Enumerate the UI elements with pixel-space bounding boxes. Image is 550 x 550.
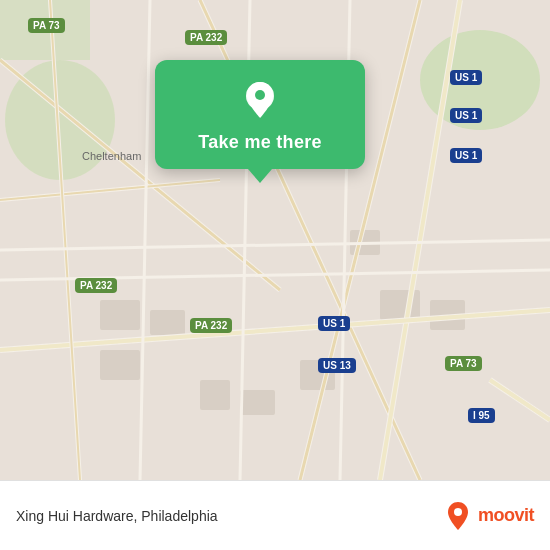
svg-rect-7 (240, 390, 275, 415)
svg-rect-8 (380, 290, 420, 320)
svg-rect-6 (200, 380, 230, 410)
map-container: Cheltenham PA 73 PA 232 US 1 US 1 US 1 P… (0, 0, 550, 480)
badge-pa73-tl: PA 73 (28, 18, 65, 33)
moovit-logo-icon (442, 500, 474, 532)
badge-us1-tr3: US 1 (450, 148, 482, 163)
moovit-logo: moovit (442, 500, 534, 532)
svg-point-37 (454, 508, 462, 516)
badge-i95: I 95 (468, 408, 495, 423)
svg-text:Cheltenham: Cheltenham (82, 150, 141, 162)
moovit-brand-text: moovit (478, 505, 534, 526)
badge-us1-mc: US 1 (318, 316, 350, 331)
svg-point-36 (255, 90, 265, 100)
badge-pa232-top: PA 232 (185, 30, 227, 45)
badge-us1-tr1: US 1 (450, 70, 482, 85)
svg-rect-4 (100, 300, 140, 330)
svg-rect-11 (100, 350, 140, 380)
location-pin-icon (238, 78, 282, 122)
badge-us1-tr2: US 1 (450, 108, 482, 123)
location-label: Xing Hui Hardware, Philadelphia (16, 508, 218, 524)
badge-pa232-ml: PA 232 (75, 278, 117, 293)
badge-pa73-br: PA 73 (445, 356, 482, 371)
badge-pa232-mc: PA 232 (190, 318, 232, 333)
take-me-there-popup[interactable]: Take me there (155, 60, 365, 169)
svg-rect-5 (150, 310, 185, 335)
info-bar: Xing Hui Hardware, Philadelphia moovit (0, 480, 550, 550)
badge-us13: US 13 (318, 358, 356, 373)
take-me-there-label: Take me there (198, 132, 322, 153)
